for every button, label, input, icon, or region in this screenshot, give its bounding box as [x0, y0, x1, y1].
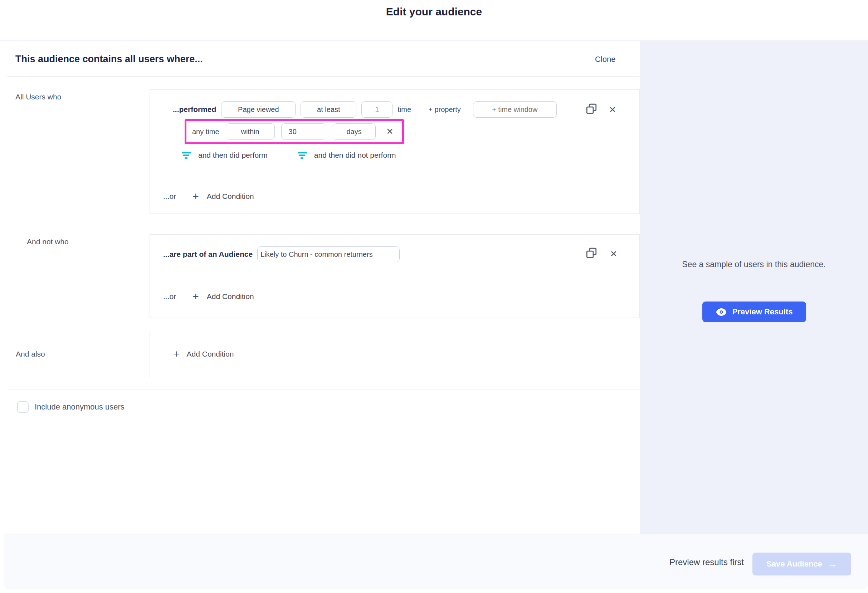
edit-audience-modal: Edit your audience This audience contain…: [0, 0, 868, 593]
header-divider: [7, 76, 640, 77]
section-label-and-not-who: And not who: [27, 237, 69, 246]
count-input[interactable]: [362, 101, 393, 118]
plus-icon[interactable]: +: [173, 349, 180, 360]
time-unit-select[interactable]: days: [333, 123, 376, 140]
operator-select[interactable]: at least: [301, 101, 356, 118]
preview-first-hint: Preview results first: [669, 557, 744, 567]
audience-definition-heading: This audience contains all users where..…: [15, 54, 203, 65]
include-anonymous-label: Include anonymous users: [35, 403, 124, 412]
funnel-filter-icon: [182, 151, 191, 159]
add-condition-button[interactable]: Add Condition: [187, 350, 234, 358]
condition-card-performed: ...performed Page viewed at least time +…: [149, 89, 640, 214]
any-time-label: any time: [192, 128, 219, 136]
plus-icon[interactable]: +: [192, 191, 199, 202]
remove-condition-icon[interactable]: ✕: [609, 106, 616, 114]
add-property-button[interactable]: + property: [428, 106, 461, 114]
audience-prefix: ...are part of an Audience: [163, 250, 252, 258]
section-label-all-users: All Users who: [15, 93, 61, 101]
preview-panel-message: See a sample of users in this audience.: [677, 256, 831, 273]
time-window-highlight-box: any time within days ✕: [185, 119, 404, 144]
include-anonymous-checkbox[interactable]: [17, 401, 29, 413]
eye-icon: [716, 308, 727, 316]
performed-prefix: ...performed: [173, 105, 216, 114]
clone-button[interactable]: Clone: [595, 55, 616, 64]
save-audience-button[interactable]: Save Audience →: [753, 553, 851, 575]
anonymous-divider: [7, 389, 640, 389]
preview-results-button[interactable]: Preview Results: [702, 301, 806, 322]
or-label: ...or: [163, 192, 176, 201]
plus-icon[interactable]: +: [192, 291, 199, 302]
duplicate-condition-icon[interactable]: [585, 247, 598, 260]
audience-select[interactable]: Likely to Churn - common returners: [257, 246, 400, 262]
then-did-perform-link[interactable]: and then did perform: [198, 151, 268, 159]
remove-condition-icon[interactable]: ✕: [610, 250, 617, 258]
preview-panel: See a sample of users in this audience. …: [640, 41, 868, 534]
footer-bar: Preview results first Save Audience →: [4, 534, 868, 589]
time-value-input[interactable]: [281, 123, 326, 140]
then-did-not-perform-link[interactable]: and then did not perform: [314, 151, 396, 159]
and-also-divider: [149, 332, 150, 378]
preview-results-label: Preview Results: [732, 307, 793, 317]
save-audience-label: Save Audience: [766, 559, 822, 569]
add-condition-button[interactable]: Add Condition: [207, 292, 254, 301]
times-label: time: [397, 106, 411, 114]
page-title: Edit your audience: [0, 6, 868, 18]
section-label-and-also: And also: [16, 350, 45, 358]
or-label: ...or: [163, 292, 176, 301]
time-window-input[interactable]: [473, 101, 557, 118]
condition-card-audience: ...are part of an Audience Likely to Chu…: [149, 234, 640, 318]
add-condition-button[interactable]: Add Condition: [207, 192, 254, 201]
funnel-filter-icon: [298, 151, 307, 159]
event-select[interactable]: Page viewed: [221, 101, 295, 118]
remove-time-window-icon[interactable]: ✕: [387, 127, 394, 136]
duplicate-condition-icon[interactable]: [585, 103, 598, 116]
arrow-right-icon: →: [828, 559, 837, 569]
comparator-select[interactable]: within: [226, 123, 275, 140]
